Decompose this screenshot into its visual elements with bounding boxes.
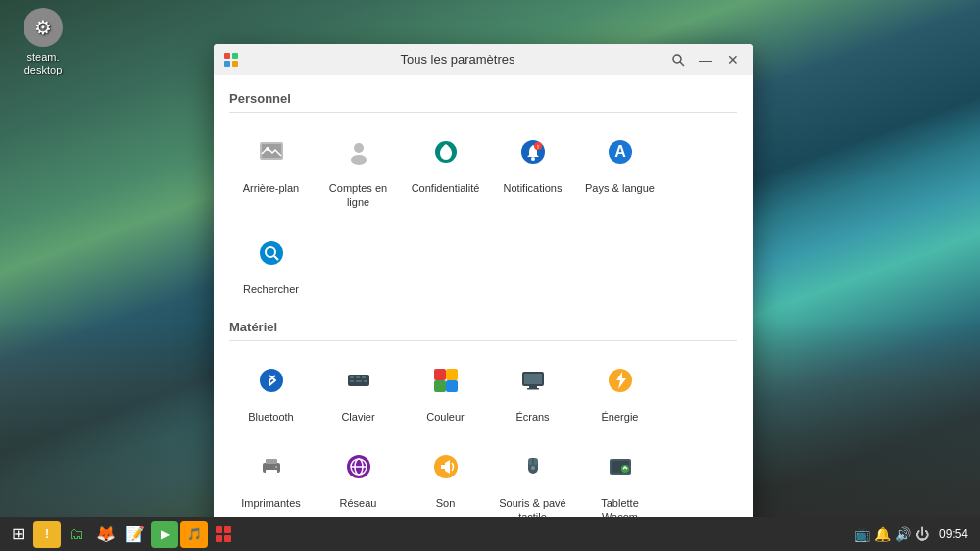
svg-point-4	[673, 55, 681, 63]
settings-icon-notifications: !	[510, 128, 557, 175]
svg-rect-39	[266, 459, 277, 464]
settings-label-ecrans: Écrans	[515, 410, 549, 424]
settings-label-notifications: Notifications	[504, 181, 563, 195]
section-hardware-title: Matériel	[229, 312, 737, 341]
titlebar-app-icon	[221, 50, 241, 70]
close-button[interactable]: ✕	[721, 48, 745, 72]
desktop: ⚙ steam. desktop Tous les paramètres	[0, 0, 980, 551]
settings-item-bluetooth[interactable]: Bluetooth	[229, 349, 313, 431]
settings-label-comptes-en-ligne: Comptes en ligne	[320, 181, 396, 210]
taskbar-app-files[interactable]: 🗂	[63, 521, 90, 548]
tray-volume-icon[interactable]: 🔊	[895, 526, 911, 542]
svg-point-10	[351, 155, 367, 165]
settings-icon-comptes-en-ligne	[335, 128, 382, 175]
svg-rect-2	[224, 61, 230, 67]
steam-icon: ⚙	[24, 8, 63, 47]
settings-icon-ecrans	[510, 357, 557, 404]
settings-label-reseau: Réseau	[340, 496, 377, 510]
tray-display-icon[interactable]: 📺	[854, 526, 870, 542]
svg-point-18	[260, 241, 283, 265]
settings-label-clavier: Clavier	[341, 410, 374, 424]
titlebar: Tous les paramètres — ✕	[214, 44, 753, 75]
hardware-grid: BluetoothClavierCouleurÉcransÉnergieImpr…	[229, 349, 737, 532]
clock: 09:54	[939, 527, 968, 541]
titlebar-controls: — ✕	[666, 48, 745, 72]
settings-icon-couleur	[422, 357, 469, 404]
taskbar-right: 📺 🔔 🔊 ⏻ 09:54	[854, 526, 976, 542]
taskbar-app-music[interactable]: 🎵	[180, 521, 208, 548]
taskbar-app-media[interactable]: ▶	[151, 521, 178, 548]
svg-rect-47	[441, 465, 445, 469]
taskbar-apps-grid[interactable]: ⊞	[4, 521, 31, 548]
taskbar-app-redapp[interactable]	[210, 521, 237, 548]
svg-text:A: A	[614, 143, 626, 160]
svg-point-8	[266, 147, 270, 151]
settings-label-confidentialite: Confidentialité	[412, 181, 480, 195]
settings-item-clavier[interactable]: Clavier	[317, 349, 400, 431]
settings-icon-confidentialite	[422, 128, 469, 175]
svg-rect-41	[275, 466, 277, 468]
settings-item-notifications[interactable]: !Notifications	[491, 121, 574, 218]
settings-icon-arriere-plan	[248, 128, 295, 175]
svg-rect-27	[356, 380, 362, 382]
svg-point-9	[354, 143, 364, 153]
svg-rect-31	[434, 380, 446, 392]
settings-item-confidentialite[interactable]: Confidentialité	[404, 121, 487, 218]
svg-rect-32	[446, 380, 458, 392]
svg-rect-80	[216, 535, 222, 542]
settings-item-comptes-en-ligne[interactable]: Comptes en ligne	[317, 121, 400, 218]
svg-rect-23	[350, 376, 354, 378]
settings-item-ecrans[interactable]: Écrans	[491, 349, 574, 431]
svg-rect-30	[446, 369, 458, 380]
svg-rect-36	[527, 388, 539, 390]
settings-label-energie: Énergie	[602, 410, 639, 424]
settings-icon-rechercher	[248, 229, 295, 276]
taskbar-app-text[interactable]: 📝	[122, 521, 149, 548]
steam-desktop-icon[interactable]: ⚙ steam. desktop	[12, 8, 74, 76]
taskbar-left: ⊞ ! 🗂 🦊 📝 ▶ 🎵	[4, 521, 854, 548]
tray-notify-icon[interactable]: 🔔	[874, 526, 891, 542]
taskbar-app-firefox[interactable]: 🦊	[92, 521, 120, 548]
settings-icon-tablette-wacom	[597, 443, 644, 490]
settings-item-rechercher[interactable]: Rechercher	[229, 222, 313, 304]
svg-rect-3	[232, 61, 238, 67]
system-tray: 📺 🔔 🔊 ⏻	[854, 526, 929, 542]
taskbar-app-notes[interactable]: !	[33, 521, 61, 548]
svg-rect-35	[529, 386, 537, 388]
svg-text:!: !	[537, 144, 539, 150]
svg-point-51	[531, 466, 535, 470]
svg-rect-78	[216, 526, 222, 533]
settings-label-rechercher: Rechercher	[243, 282, 299, 296]
svg-point-21	[260, 369, 283, 392]
settings-icon-bluetooth	[248, 357, 295, 404]
settings-icon-pays-langue: A	[597, 128, 644, 175]
settings-item-couleur[interactable]: Couleur	[404, 349, 487, 431]
svg-rect-81	[224, 535, 231, 542]
svg-rect-1	[232, 53, 238, 59]
settings-label-couleur: Couleur	[426, 410, 465, 424]
settings-icon-son	[422, 443, 469, 490]
svg-rect-0	[224, 53, 230, 59]
svg-point-13	[531, 157, 535, 161]
section-personal-title: Personnel	[229, 83, 737, 113]
window-title: Tous les paramètres	[249, 52, 666, 67]
settings-item-energie[interactable]: Énergie	[578, 349, 662, 431]
personal-grid: Arrière-planComptes en ligneConfidential…	[229, 121, 737, 304]
svg-rect-40	[266, 470, 277, 476]
settings-item-pays-langue[interactable]: APays & langue	[578, 121, 662, 218]
minimize-button[interactable]: —	[694, 48, 717, 72]
svg-rect-29	[434, 369, 446, 380]
svg-rect-26	[350, 380, 354, 382]
settings-label-arriere-plan: Arrière-plan	[243, 181, 299, 195]
taskbar: ⊞ ! 🗂 🦊 📝 ▶ 🎵 📺 🔔 🔊 ⏻	[0, 517, 980, 551]
settings-label-pays-langue: Pays & langue	[585, 181, 655, 195]
settings-icon-energie	[597, 357, 644, 404]
tray-power-icon[interactable]: ⏻	[915, 526, 929, 542]
settings-item-arriere-plan[interactable]: Arrière-plan	[229, 121, 313, 218]
search-button[interactable]	[666, 48, 690, 72]
settings-window: Tous les paramètres — ✕ Personnel Arrièr…	[214, 44, 753, 551]
svg-rect-24	[356, 376, 360, 378]
steam-label: steam. desktop	[12, 51, 74, 76]
settings-label-son: Son	[436, 496, 456, 510]
settings-icon-souris-pave	[510, 443, 557, 490]
